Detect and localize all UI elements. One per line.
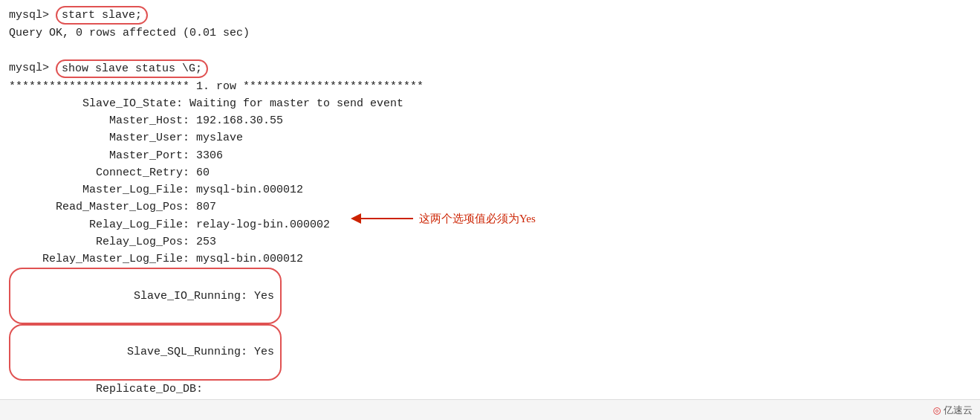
field-master-log-file: Master_Log_File: mysql-bin.000012 — [9, 181, 971, 198]
field-slave-io-running: Slave_IO_Running: Yes — [9, 268, 971, 324]
field-master-host: Master_Host: 192.168.30.55 — [9, 112, 971, 129]
field-key-master-log-file: Master_Log_File: — [9, 181, 189, 198]
field-master-port: Master_Port: 3306 — [9, 147, 971, 164]
logo-text: 亿速云 — [944, 404, 973, 417]
field-key-slave-io-state: Slave_IO_State: — [9, 95, 183, 112]
field-val-relay-master-log-file: mysql-bin.000012 — [189, 251, 303, 268]
field-val-relay-log-file: relay-log-bin.000002 — [189, 216, 330, 233]
field-val-master-user: myslave — [189, 129, 243, 146]
fields-section: Slave_IO_State: Waiting for master to se… — [9, 95, 971, 420]
field-slave-sql-running: Slave_SQL_Running: Yes — [9, 324, 971, 381]
command-line-2: mysql> show slave status \G; — [9, 59, 971, 78]
field-val-slave-io-state: Waiting for master to send event — [183, 95, 403, 112]
arrow-head-icon — [351, 213, 361, 224]
annotation-label: 这两个选项值必须为Yes — [419, 210, 536, 227]
stars-row: *************************** 1. row *****… — [9, 78, 971, 95]
logo-icon: ◎ — [933, 403, 941, 418]
field-key-connect-retry: Connect_Retry: — [9, 164, 189, 181]
field-key-slave-sql-running: Slave_SQL_Running: — [67, 343, 247, 361]
slave-io-running-highlight: Slave_IO_Running: Yes — [9, 268, 282, 324]
field-slave-io-state: Slave_IO_State: Waiting for master to se… — [9, 95, 971, 112]
field-val-slave-io-running: Yes — [247, 290, 274, 303]
bottom-bar: ◎ 亿速云 — [0, 399, 980, 420]
slave-sql-running-highlight: Slave_SQL_Running: Yes — [9, 324, 282, 381]
prompt-1: mysql> — [9, 7, 56, 24]
cmd-start-slave: start slave; — [56, 6, 148, 25]
field-key-master-user: Master_User: — [9, 129, 189, 146]
field-relay-log-pos: Relay_Log_Pos: 253 — [9, 233, 971, 251]
field-key-replicate-do-db: Replicate_Do_DB: — [9, 381, 203, 398]
field-master-user: Master_User: myslave — [9, 129, 971, 146]
field-val-master-host: 192.168.30.55 — [189, 112, 283, 129]
query-ok-text: Query OK, 0 rows affected (0.01 sec) — [9, 25, 250, 42]
annotation-arrow: 这两个选项值必须为Yes — [351, 210, 536, 227]
field-connect-retry: Connect_Retry: 60 — [9, 164, 971, 181]
command-line-1: mysql> start slave; — [9, 6, 971, 25]
arrow-line — [361, 218, 413, 219]
field-key-slave-io-running: Slave_IO_Running: — [67, 288, 247, 305]
field-val-read-master-log-pos: 807 — [189, 198, 216, 216]
field-key-master-port: Master_Port: — [9, 147, 189, 164]
field-key-master-host: Master_Host: — [9, 112, 189, 129]
field-val-master-log-file: mysql-bin.000012 — [189, 181, 303, 198]
field-key-read-master-log-pos: Read_Master_Log_Pos: — [9, 198, 189, 216]
query-result-line: Query OK, 0 rows affected (0.01 sec) — [9, 25, 971, 42]
field-val-master-port: 3306 — [189, 147, 223, 164]
field-replicate-do-db: Replicate_Do_DB: — [9, 381, 971, 398]
field-val-relay-log-pos: 253 — [189, 233, 216, 251]
terminal-output: mysql> start slave; Query OK, 0 rows aff… — [0, 0, 980, 420]
prompt-2: mysql> — [9, 59, 56, 77]
stars-text: *************************** 1. row *****… — [9, 78, 424, 95]
cmd-show-slave: show slave status \G; — [56, 59, 208, 78]
field-val-slave-sql-running: Yes — [247, 346, 274, 358]
field-relay-master-log-file: Relay_Master_Log_File: mysql-bin.000012 — [9, 251, 971, 268]
field-key-relay-master-log-file: Relay_Master_Log_File: — [9, 251, 189, 268]
field-val-connect-retry: 60 — [189, 164, 210, 181]
field-key-relay-log-pos: Relay_Log_Pos: — [9, 233, 189, 251]
empty-line — [9, 42, 971, 59]
field-key-relay-log-file: Relay_Log_File: — [9, 216, 189, 233]
